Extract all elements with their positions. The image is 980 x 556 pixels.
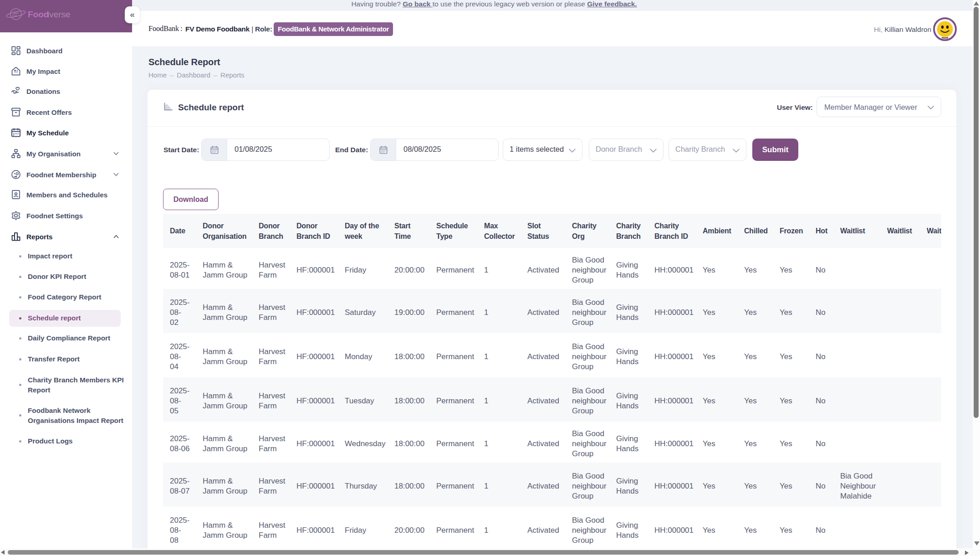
svg-text:iverse: iverse bbox=[47, 10, 71, 19]
svg-text:Food: Food bbox=[28, 10, 49, 19]
